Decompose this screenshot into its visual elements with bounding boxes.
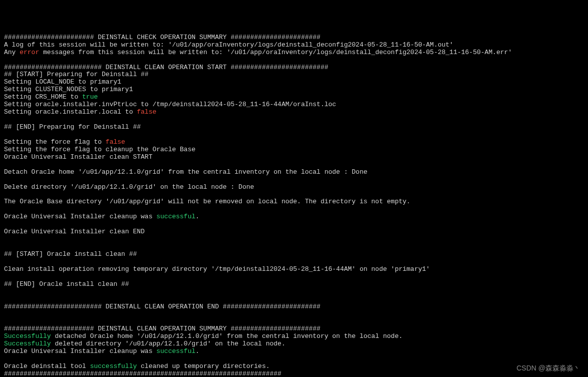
output-line: A log of this session will be written to… (4, 42, 584, 49)
output-line: Successfully deleted directory '/u01/app… (4, 340, 584, 348)
text-segment: cleaned up temporary directories. (137, 362, 269, 370)
error-keyword: error (20, 49, 39, 56)
output-line: Setting oracle.installer.local to false (4, 109, 584, 116)
output-line: ## [START] Oracle install clean ## (4, 251, 584, 258)
output-line: ## [END] Oracle install clean ## (4, 281, 584, 288)
output-line: ## [START] Preparing for Deinstall ## (4, 71, 584, 79)
blank-line (4, 116, 584, 124)
text-segment: . (195, 347, 199, 355)
successful-keyword: successful (156, 213, 195, 220)
text-segment: Setting CRS_HOME to (4, 93, 82, 101)
output-line: ####################### DEINSTALL CHECK … (4, 34, 584, 42)
output-line: Any error messages from this session wil… (4, 49, 584, 57)
output-line: Setting CRS_HOME to true (4, 94, 584, 101)
text-segment: Setting oracle.installer.local to (4, 108, 137, 116)
blank-line (4, 243, 584, 251)
watermark: CSDN @森森淼淼丶 (516, 364, 580, 372)
successfully-keyword: successfully (90, 362, 137, 370)
output-line: Setting oracle.installer.invPtrLoc to /t… (4, 101, 584, 109)
blank-line (4, 310, 584, 318)
output-line: ## [END] Preparing for Deinstall ## (4, 124, 584, 131)
output-line: Detach Oracle home '/u01/app/12.1.0/grid… (4, 169, 584, 176)
text-segment: Any (4, 49, 20, 56)
false-keyword: false (106, 138, 125, 146)
output-line: ######################### DEINSTALL CLEA… (4, 303, 584, 311)
output-line: ######################### DEINSTALL CLEA… (4, 64, 584, 72)
blank-line (4, 318, 584, 325)
output-line: Setting the force flag to false (4, 139, 584, 146)
output-line: Oracle Universal Installer cleanup was s… (4, 213, 584, 221)
text-segment: Oracle Universal Installer cleanup was (4, 213, 156, 220)
text-segment: Setting the force flag to (4, 138, 106, 146)
blank-line (4, 288, 584, 296)
false-keyword: false (137, 108, 156, 116)
blank-line (4, 176, 584, 184)
output-line: Successfully detached Oracle home '/u01/… (4, 333, 584, 340)
output-line: Oracle Universal Installer clean END (4, 228, 584, 236)
text-segment: Oracle Universal Installer cleanup was (4, 347, 156, 355)
output-line: The Oracle Base directory '/u01/app/grid… (4, 198, 584, 206)
text-segment: . (195, 213, 199, 220)
output-line: Clean install operation removing tempora… (4, 266, 584, 273)
text-segment: detached Oracle home '/u01/app/12.1.0/gr… (51, 332, 403, 340)
output-line: Delete directory '/u01/app/12.1.0/grid' … (4, 184, 584, 191)
output-line: ########################################… (4, 370, 584, 377)
blank-line (4, 355, 584, 363)
true-keyword: true (82, 93, 98, 101)
successful-keyword: successful (156, 347, 195, 355)
text-segment: messages from this session will be writt… (39, 49, 512, 56)
output-line: Oracle deinstall tool successfully clean… (4, 363, 584, 370)
blank-line (4, 258, 584, 266)
output-line: Oracle Universal Installer clean START (4, 154, 584, 161)
successfully-keyword: Successfully (4, 340, 51, 347)
output-line: Oracle Universal Installer cleanup was s… (4, 348, 584, 355)
text-segment: deleted directory '/u01/app/12.1.0/grid'… (51, 340, 285, 347)
blank-line (4, 206, 584, 213)
output-line: ####################### DEINSTALL CLEAN … (4, 325, 584, 333)
blank-line (4, 236, 584, 243)
output-line: Setting CLUSTER_NODES to primary1 (4, 86, 584, 94)
blank-line (4, 161, 584, 169)
blank-line (4, 221, 584, 228)
blank-line (4, 131, 584, 139)
successfully-keyword: Successfully (4, 332, 51, 340)
output-line: Setting LOCAL_NODE to primary1 (4, 79, 584, 86)
blank-line (4, 296, 584, 303)
text-segment: Oracle deinstall tool (4, 362, 90, 370)
blank-line (4, 191, 584, 198)
blank-line (4, 57, 584, 64)
blank-line (4, 273, 584, 281)
terminal-output: ####################### DEINSTALL CHECK … (4, 34, 584, 377)
output-line: Setting the force flag to cleanup the Or… (4, 146, 584, 154)
